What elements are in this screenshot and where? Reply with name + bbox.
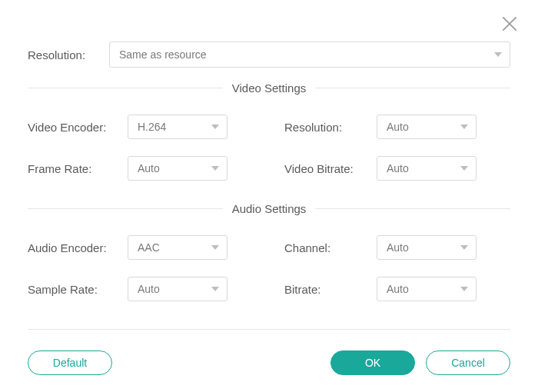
footer-divider	[28, 329, 510, 330]
ok-button[interactable]: OK	[330, 350, 415, 375]
frame-rate-label: Frame Rate:	[28, 162, 128, 175]
sample-rate-dropdown[interactable]: Auto	[128, 277, 227, 301]
video-bitrate-field: Video Bitrate: Auto	[284, 156, 510, 181]
video-encoder-dropdown[interactable]: H.264	[128, 115, 227, 139]
channel-field: Channel: Auto	[284, 235, 510, 260]
video-encoder-field: Video Encoder: H.264	[28, 115, 254, 139]
audio-bitrate-dropdown[interactable]: Auto	[377, 277, 477, 301]
chevron-down-icon	[460, 287, 468, 291]
top-resolution-dropdown[interactable]: Same as resource	[109, 42, 510, 68]
chevron-down-icon	[211, 166, 219, 171]
frame-rate-dropdown[interactable]: Auto	[128, 156, 227, 181]
top-resolution-row: Resolution: Same as resource	[28, 42, 510, 68]
video-resolution-dropdown[interactable]: Auto	[377, 115, 477, 139]
video-resolution-value: Auto	[387, 121, 409, 133]
video-bitrate-dropdown[interactable]: Auto	[377, 156, 477, 181]
chevron-down-icon	[211, 245, 219, 250]
audio-settings-section: Audio Settings Audio Encoder: AAC Sample…	[28, 202, 510, 301]
channel-value: Auto	[387, 241, 409, 254]
video-settings-section: Video Settings Video Encoder: H.264 Fram…	[28, 81, 510, 181]
video-resolution-label: Resolution:	[284, 121, 377, 134]
audio-encoder-label: Audio Encoder:	[28, 241, 128, 254]
audio-section-title: Audio Settings	[232, 202, 307, 215]
audio-bitrate-label: Bitrate:	[284, 283, 377, 296]
divider	[28, 208, 223, 209]
sample-rate-label: Sample Rate:	[28, 283, 128, 296]
audio-bitrate-field: Bitrate: Auto	[284, 277, 510, 301]
video-section-header: Video Settings	[28, 81, 510, 95]
cancel-button[interactable]: Cancel	[426, 350, 510, 375]
audio-encoder-dropdown[interactable]: AAC	[128, 235, 227, 260]
frame-rate-field: Frame Rate: Auto	[28, 156, 254, 181]
video-bitrate-value: Auto	[387, 162, 409, 174]
frame-rate-value: Auto	[138, 162, 160, 174]
divider	[315, 208, 510, 209]
chevron-down-icon	[460, 245, 468, 250]
sample-rate-field: Sample Rate: Auto	[28, 277, 254, 301]
top-resolution-value: Same as resource	[119, 48, 207, 61]
chevron-down-icon	[211, 125, 219, 129]
video-section-title: Video Settings	[232, 81, 306, 95]
audio-bitrate-value: Auto	[387, 283, 409, 295]
audio-encoder-value: AAC	[138, 241, 160, 254]
video-bitrate-label: Video Bitrate:	[284, 162, 377, 175]
chevron-down-icon	[494, 52, 502, 57]
chevron-down-icon	[211, 287, 219, 291]
audio-encoder-field: Audio Encoder: AAC	[28, 235, 254, 260]
video-encoder-label: Video Encoder:	[28, 121, 128, 134]
video-encoder-value: H.264	[138, 121, 166, 133]
video-resolution-field: Resolution: Auto	[284, 115, 510, 139]
divider	[315, 88, 510, 88]
audio-section-header: Audio Settings	[28, 202, 510, 215]
chevron-down-icon	[460, 166, 468, 171]
sample-rate-value: Auto	[138, 283, 160, 295]
close-icon[interactable]	[500, 14, 520, 34]
chevron-down-icon	[460, 125, 468, 129]
default-button[interactable]: Default	[28, 350, 112, 375]
channel-label: Channel:	[284, 241, 377, 254]
divider	[28, 88, 223, 88]
channel-dropdown[interactable]: Auto	[377, 235, 477, 260]
top-resolution-label: Resolution:	[28, 48, 109, 61]
footer: Default OK Cancel	[28, 350, 510, 375]
